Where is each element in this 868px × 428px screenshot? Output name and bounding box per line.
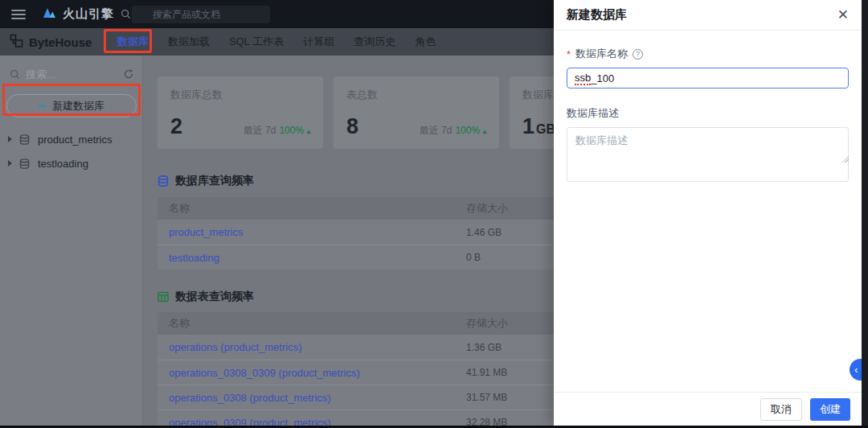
size-value: 1.46 GB [466, 227, 554, 238]
product-search [114, 6, 270, 23]
main-tabs: 数据库 数据加载 SQL 工作表 计算组 查询历史 角色 [117, 35, 436, 49]
table-link[interactable]: operations (product_metrics) [158, 341, 466, 353]
database-tree: product_metrics testloading [0, 127, 142, 175]
volcengine-brand[interactable]: 火山引擎 [40, 6, 114, 22]
column-name: 名称 [158, 201, 466, 216]
tab-data-loading[interactable]: 数据加载 [168, 35, 210, 49]
stat-trend: 最近 7d100%▲ [244, 124, 312, 138]
stat-title: 数据库总数 [170, 88, 310, 102]
bytehouse-logo-icon [10, 34, 23, 51]
size-value: 32.28 MB [466, 417, 554, 426]
create-button[interactable]: 创建 [810, 398, 850, 421]
sidebar-search [0, 60, 142, 88]
refresh-icon[interactable] [123, 68, 134, 80]
product-search-input[interactable] [132, 6, 270, 23]
drawer-header: 新建数据库 ✕ [554, 0, 862, 31]
size-value: 31.57 MB [466, 392, 554, 403]
drawer-footer: 取消 创建 [554, 392, 862, 426]
bytehouse-brand-text: ByteHouse [29, 35, 92, 49]
search-icon [10, 69, 20, 80]
window-edge-right [862, 0, 868, 428]
stat-card-table-count: 表总数 8 最近 7d100%▲ [334, 76, 499, 149]
database-icon [19, 158, 30, 169]
database-link[interactable]: testloading [158, 252, 466, 264]
size-value: 41.91 MB [466, 367, 554, 378]
column-size: 存储大小 [466, 201, 554, 216]
database-description-textarea[interactable] [567, 127, 849, 182]
table-header: 名称 存储大小 [158, 312, 554, 335]
help-question-icon[interactable]: ? [633, 49, 643, 60]
database-name-label: * 数据库名称 ? [567, 47, 849, 61]
table-link[interactable]: operations_0309 (product_metrics) [158, 417, 466, 426]
tab-compute-group[interactable]: 计算组 [303, 35, 334, 49]
sidebar-search-input[interactable] [26, 68, 123, 80]
drawer-body: * 数据库名称 ? ssb_100 数据库描述 [554, 31, 862, 182]
database-description-label: 数据库描述 [567, 106, 849, 121]
table-row: operations_0308_0309 (product_metrics) 4… [158, 360, 554, 385]
size-value: 1.36 GB [466, 342, 554, 353]
table-grid-icon [158, 291, 169, 302]
database-icon [19, 134, 30, 145]
table-query-frequency-header: 数据表查询频率 [158, 290, 254, 304]
plus-icon [38, 101, 47, 110]
database-name-value-misspelled: ssb [575, 72, 591, 85]
new-database-button-label: 新建数据库 [52, 99, 104, 113]
stat-value: 1 [522, 114, 534, 138]
database-query-frequency-table: 名称 存储大小 product_metrics 1.46 GB testload… [158, 197, 554, 270]
tree-item-testloading[interactable]: testloading [0, 151, 142, 175]
chevron-left-icon: ‹ [854, 364, 858, 376]
create-database-drawer: 新建数据库 ✕ * 数据库名称 ? ssb_100 数据库描述 取消 创建 [554, 0, 862, 426]
volcengine-brand-text: 火山引擎 [63, 6, 114, 22]
database-icon [158, 175, 169, 187]
column-size: 存储大小 [466, 316, 554, 331]
hamburger-menu-icon[interactable] [11, 10, 26, 19]
volcengine-logo-icon [40, 6, 58, 22]
search-icon [121, 9, 131, 19]
caret-right-icon[interactable] [8, 160, 12, 167]
trend-up-icon: ▲ [305, 128, 312, 135]
database-query-frequency-header: 数据库查询频率 [158, 174, 254, 188]
table-row: testloading 0 B [158, 245, 554, 270]
tab-query-history[interactable]: 查询历史 [354, 35, 395, 49]
table-link[interactable]: operations_0308 (product_metrics) [158, 392, 466, 404]
stat-unit: GB [536, 122, 554, 136]
tab-sql-worksheet[interactable]: SQL 工作表 [229, 35, 284, 49]
caret-right-icon[interactable] [8, 136, 12, 142]
database-name-value-rest: _100 [591, 72, 614, 84]
stat-trend: 最近 7d100%▲ [420, 124, 488, 138]
database-sidebar: 新建数据库 product_metrics testloading [0, 56, 143, 426]
stat-value: 2 [170, 114, 182, 139]
tab-database[interactable]: 数据库 [117, 35, 149, 49]
table-link[interactable]: operations_0308_0309 (product_metrics) [158, 367, 466, 379]
tree-item-label: product_metrics [38, 134, 112, 146]
section-title: 数据表查询频率 [175, 290, 254, 304]
bytehouse-brand[interactable]: ByteHouse [10, 34, 106, 51]
trend-up-icon: ▲ [481, 128, 488, 135]
stat-value: 8 [346, 114, 358, 139]
stat-title: 数据库大 [522, 88, 554, 102]
tab-roles[interactable]: 角色 [415, 35, 436, 49]
size-value: 0 B [466, 252, 554, 263]
table-header: 名称 存储大小 [158, 197, 554, 220]
table-row: operations_0309 (product_metrics) 32.28 … [158, 409, 554, 426]
stat-card-database-size: 数据库大 1GB [510, 76, 554, 149]
tree-item-product-metrics[interactable]: product_metrics [0, 127, 142, 151]
stat-cards: 数据库总数 2 最近 7d100%▲ 表总数 8 最近 7d100%▲ 数据库大… [158, 76, 554, 149]
new-database-button[interactable]: 新建数据库 [6, 94, 137, 117]
tree-item-label: testloading [38, 158, 88, 170]
stat-card-database-count: 数据库总数 2 最近 7d100%▲ [158, 76, 323, 149]
database-link[interactable]: product_metrics [158, 226, 466, 238]
dashboard-main: 数据库总数 2 最近 7d100%▲ 表总数 8 最近 7d100%▲ 数据库大… [143, 56, 554, 426]
required-asterisk: * [567, 48, 571, 60]
database-name-input[interactable]: ssb_100 [567, 68, 849, 88]
section-title: 数据库查询频率 [175, 174, 254, 188]
drawer-title: 新建数据库 [567, 7, 627, 23]
cancel-button[interactable]: 取消 [760, 398, 802, 421]
stat-title: 表总数 [346, 88, 486, 102]
table-row: operations (product_metrics) 1.36 GB [158, 335, 554, 360]
table-query-frequency-table: 名称 存储大小 operations (product_metrics) 1.3… [158, 312, 554, 426]
close-icon[interactable]: ✕ [837, 8, 849, 22]
table-row: operations_0308 (product_metrics) 31.57 … [158, 385, 554, 409]
column-name: 名称 [158, 316, 466, 331]
table-row: product_metrics 1.46 GB [158, 220, 554, 245]
